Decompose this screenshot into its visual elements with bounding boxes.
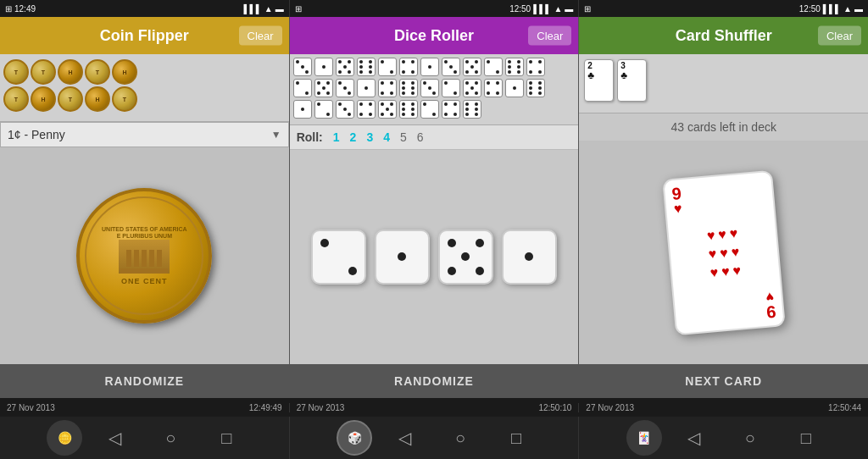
card-pip: ♥ [732, 262, 742, 278]
card-history-item-2: 3 ♣ [617, 59, 647, 102]
card-header: Card Shuffler Clear [579, 17, 868, 54]
coin-column [149, 250, 154, 267]
coin-history-row-2: THTHT [3, 86, 286, 112]
card-pip: ♥ [719, 245, 728, 261]
bottom-status-2: 27 Nov 2013 12:50:10 [290, 403, 580, 412]
android-icon-1: ⊞ [5, 4, 12, 14]
dice-history-item [357, 58, 376, 76]
dice-header: Dice Roller Clear [290, 17, 579, 54]
roll-option-1[interactable]: 1 [333, 130, 340, 144]
dice-history-item [357, 100, 376, 119]
back-button-3[interactable]: ◁ [679, 423, 709, 453]
status-left-2: ⊞ [295, 4, 302, 14]
card-pip: ♥ [717, 226, 726, 242]
roll-option-3[interactable]: 3 [366, 130, 373, 144]
card-suit-tl: ♥ [673, 202, 682, 216]
status-right-1: ▌▌▌ ▲ ▬ [244, 4, 284, 14]
signal-icon-3: ▌▌▌ [823, 4, 841, 14]
coin-history-row-1: TTHTH [3, 59, 286, 85]
card-pip: ♥ [708, 246, 717, 262]
chevron-down-icon: ▼ [271, 129, 281, 141]
roll-option-6[interactable]: 6 [417, 130, 424, 144]
back-button-2[interactable]: ◁ [389, 423, 420, 453]
status-right-3: 12:50 ▌▌▌ ▲ ▬ [799, 4, 863, 14]
home-button-2[interactable]: ○ [445, 423, 476, 453]
dice-history-item [378, 79, 397, 97]
card-clear-button[interactable]: Clear [818, 26, 861, 46]
back-button-1[interactable]: ◁ [99, 423, 130, 453]
wifi-icon-3: ▲ [843, 4, 852, 14]
coin-flipper-panel: Coin Flipper Clear TTHTH THTHT 1¢ - Penn… [0, 17, 290, 398]
dice-title: Dice Roller [394, 27, 474, 45]
dice-body: Roll: 1 2 3 4 5 6 RANDOMIZE [290, 54, 579, 398]
coin-randomize-button[interactable]: RANDOMIZE [0, 364, 289, 398]
dice-history-item [314, 79, 333, 97]
coin-history: TTHTH THTHT [0, 54, 289, 122]
roll-option-5[interactable]: 5 [400, 130, 407, 144]
coin-type-dropdown[interactable]: 1¢ - Penny ▼ [0, 122, 289, 147]
status-time-1: 12:49 [14, 4, 36, 14]
card-rank-br: 9 [765, 302, 776, 320]
dice-large [375, 230, 430, 285]
dice-clear-button[interactable]: Clear [528, 26, 571, 46]
card-display: 9 ♥ ♥♥♥♥♥♥♥♥♥ 9 ♥ [579, 141, 868, 364]
coin-base [120, 268, 168, 274]
dice-nav-icon[interactable]: 🎲 [337, 420, 372, 456]
dice-history-row-1 [293, 58, 576, 76]
coin-history-item: H [31, 86, 56, 112]
dice-history-item [399, 100, 418, 119]
coin-nav-icon[interactable]: 🪙 [47, 420, 82, 456]
coin-history-item: T [85, 59, 110, 85]
dice-large [502, 230, 557, 285]
home-button-1[interactable]: ○ [155, 423, 186, 453]
card-corner-top-left: 9 ♥ [671, 185, 683, 216]
dice-history-item [378, 58, 397, 76]
recent-button-1[interactable]: □ [211, 423, 242, 453]
android-icon-3: ⊞ [584, 4, 591, 14]
dice-history-item [463, 79, 481, 97]
dice-history [290, 54, 579, 125]
dice-randomize-button[interactable]: RANDOMIZE [290, 364, 579, 398]
recent-button-2[interactable]: □ [501, 423, 531, 453]
wifi-icon-1: ▲ [264, 4, 273, 14]
dice-history-item [314, 58, 333, 76]
battery-icon-1: ▬ [275, 4, 284, 14]
dice-history-item [293, 58, 312, 76]
roll-option-2[interactable]: 2 [350, 130, 357, 144]
next-card-button[interactable]: NEXT CARD [579, 364, 868, 398]
card-count: 43 cards left in deck [579, 113, 868, 141]
dice-history-item [484, 79, 503, 97]
coin-history-item: T [112, 86, 137, 112]
coin-header: Coin Flipper Clear [0, 17, 289, 54]
dice-history-item [420, 79, 439, 97]
coin-clear-button[interactable]: Clear [239, 26, 282, 46]
bottom-time-3: 12:50:44 [828, 403, 861, 412]
card-nav-icon[interactable]: 🃏 [626, 420, 662, 456]
recent-button-3[interactable]: □ [791, 423, 821, 453]
dice-history-item [293, 79, 312, 97]
dice-history-item [442, 100, 460, 119]
roll-option-4[interactable]: 4 [383, 130, 390, 144]
card-shuffler-panel: Card Shuffler Clear 2 ♣ 3 ♣ 43 cards lef… [579, 17, 868, 398]
coin-display: UNITED STATES OF AMERICAE PLURIBUS UNUM [0, 147, 289, 364]
battery-icon-3: ▬ [854, 4, 863, 14]
dice-history-item [526, 58, 545, 76]
bottom-date-3: 27 Nov 2013 [586, 403, 634, 412]
dice-large [438, 230, 493, 285]
coin-history-item: H [112, 59, 137, 85]
dice-history-item [336, 79, 354, 97]
dice-history-item [336, 100, 354, 119]
signal-icon-1: ▌▌▌ [244, 4, 262, 14]
dice-history-item [357, 79, 376, 97]
home-button-3[interactable]: ○ [735, 423, 765, 453]
coin-history-item: T [3, 86, 29, 112]
bottom-date-2: 27 Nov 2013 [297, 403, 345, 412]
dice-history-item [314, 100, 333, 119]
card-title: Card Shuffler [676, 27, 772, 45]
dice-large [311, 230, 366, 285]
android-icon-2: ⊞ [295, 4, 302, 14]
bottom-status-3: 27 Nov 2013 12:50:44 [579, 403, 868, 412]
bottom-time-1: 12:49:49 [249, 403, 282, 412]
dice-roller-panel: Dice Roller Clear Roll: 1 2 3 4 5 6 [290, 17, 580, 398]
card-history: 2 ♣ 3 ♣ [579, 54, 868, 113]
